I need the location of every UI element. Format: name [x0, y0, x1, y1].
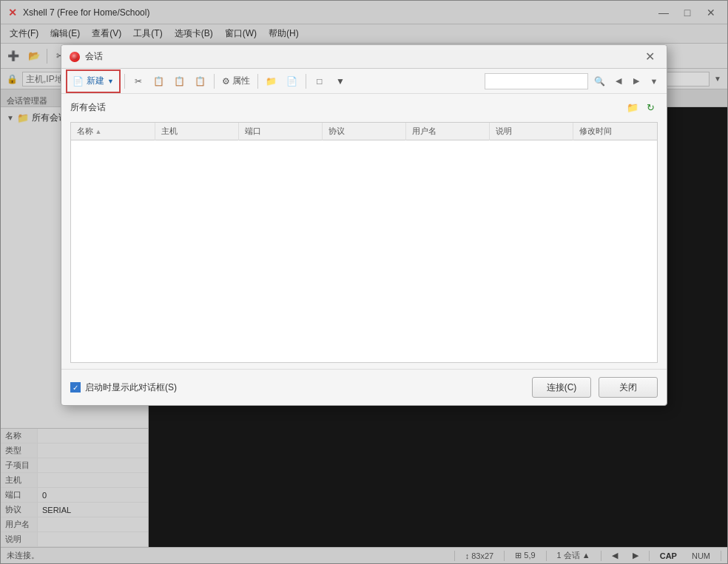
properties-icon: ⚙ [222, 76, 230, 86]
dialog-close-button[interactable]: ✕ [640, 50, 659, 64]
dialog-file-btn[interactable]: 📄 [283, 72, 302, 91]
dialog-clone-btn[interactable]: 📋 [191, 72, 210, 91]
col-host[interactable]: 主机 [155, 123, 238, 140]
new-session-label: 新建 [87, 75, 104, 87]
startup-checkbox-container: ✓ 启动时显示此对话框(S) [70, 381, 177, 394]
sessions-title: 所有会话 [70, 101, 106, 114]
dialog-copy-btn[interactable]: 📋 [149, 72, 169, 91]
col-name[interactable]: 名称 [71, 123, 155, 140]
new-session-button[interactable]: 📄 新建 ▼ [68, 72, 118, 91]
dialog-cut-btn[interactable]: ✂ [129, 72, 148, 91]
col-port[interactable]: 端口 [238, 123, 322, 140]
dialog-search-btn[interactable]: 🔍 [590, 72, 609, 91]
dialog-sep-1 [124, 74, 125, 89]
dialog-footer: ✓ 启动时显示此对话框(S) 连接(C) 关闭 [61, 369, 667, 405]
dialog-sep-4 [306, 74, 306, 89]
dialog-folder-btn[interactable]: 📁 [262, 72, 281, 91]
dialog-search-input[interactable] [485, 73, 588, 89]
dialog-content: 所有会话 📁 ↻ 名称 主机 端口 协议 用户名 说明 修改时间 [61, 94, 667, 369]
dialog-nav: ◀ ▶ ▼ [610, 73, 662, 89]
sessions-refresh-icon[interactable]: ↻ [643, 100, 658, 115]
new-session-icon: 📄 [73, 76, 84, 86]
session-table-body [71, 140, 657, 362]
sessions-folder-icon[interactable]: 📁 [625, 100, 640, 115]
new-session-dropdown-icon[interactable]: ▼ [107, 78, 114, 85]
dialog-paste-btn[interactable]: 📋 [170, 72, 189, 91]
dialog-sep-3 [257, 74, 258, 89]
startup-checkbox[interactable]: ✓ [70, 382, 81, 393]
col-username[interactable]: 用户名 [406, 123, 490, 140]
session-table: 名称 主机 端口 协议 用户名 说明 修改时间 [70, 122, 658, 363]
session-icons: 📁 ↻ [625, 100, 658, 115]
close-dialog-button[interactable]: 关闭 [599, 377, 658, 398]
dialog-properties-btn[interactable]: ⚙ 属性 [218, 72, 254, 91]
session-dialog: 会话 ✕ 📄 新建 ▼ ✂ 📋 📋 📋 ⚙ 属性 [61, 44, 667, 406]
dialog-title-text: 会话 [85, 50, 636, 63]
startup-checkbox-label: 启动时显示此对话框(S) [85, 381, 177, 394]
col-protocol[interactable]: 协议 [322, 123, 405, 140]
dialog-nav-menu[interactable]: ▼ [646, 73, 662, 89]
dialog-toolbar: 📄 新建 ▼ ✂ 📋 📋 📋 ⚙ 属性 📁 📄 □ ▼ 🔍 [61, 69, 667, 94]
dialog-overlay: 会话 ✕ 📄 新建 ▼ ✂ 📋 📋 📋 ⚙ 属性 [0, 0, 728, 564]
dialog-nav-prev[interactable]: ◀ [610, 73, 627, 89]
session-header: 所有会话 📁 ↻ [70, 100, 658, 115]
dialog-nav-next[interactable]: ▶ [628, 73, 644, 89]
col-modified[interactable]: 修改时间 [573, 123, 657, 140]
dialog-icon-circle [70, 52, 80, 62]
connect-button[interactable]: 连接(C) [532, 377, 591, 398]
dialog-icon-inner [72, 54, 78, 60]
dialog-view-dropdown-btn[interactable]: ▼ [331, 72, 350, 91]
dialog-view-btn[interactable]: □ [310, 72, 329, 91]
new-btn-wrapper: 📄 新建 ▼ [66, 69, 121, 93]
dialog-sep-2 [214, 74, 215, 89]
dialog-icon [69, 51, 81, 63]
col-desc[interactable]: 说明 [490, 123, 573, 140]
session-table-head: 名称 主机 端口 协议 用户名 说明 修改时间 [71, 123, 657, 140]
properties-label: 属性 [232, 75, 250, 87]
dialog-title-bar: 会话 ✕ [61, 45, 667, 69]
